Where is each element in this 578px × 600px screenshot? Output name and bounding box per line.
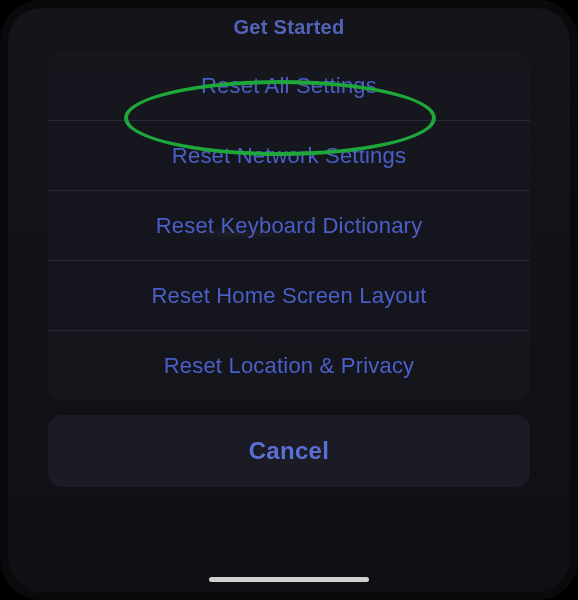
cancel-button[interactable]: Cancel [48, 415, 530, 487]
reset-network-settings-option[interactable]: Reset Network Settings [48, 121, 530, 191]
header-title: Get Started [8, 8, 570, 51]
action-sheet: Reset All Settings Reset Network Setting… [8, 51, 570, 592]
phone-frame: Get Started Reset All Settings Reset Net… [0, 0, 578, 600]
reset-keyboard-dictionary-option[interactable]: Reset Keyboard Dictionary [48, 191, 530, 261]
reset-options-group: Reset All Settings Reset Network Setting… [48, 51, 530, 401]
reset-home-screen-layout-option[interactable]: Reset Home Screen Layout [48, 261, 530, 331]
home-indicator[interactable] [209, 577, 369, 582]
reset-location-privacy-option[interactable]: Reset Location & Privacy [48, 331, 530, 401]
reset-all-settings-option[interactable]: Reset All Settings [48, 51, 530, 121]
screen: Get Started Reset All Settings Reset Net… [8, 8, 570, 592]
